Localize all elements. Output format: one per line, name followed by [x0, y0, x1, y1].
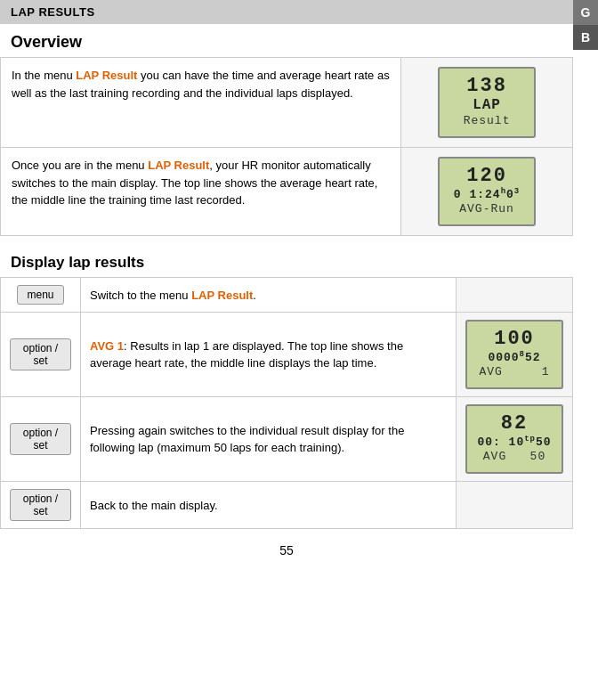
lap-results-table: menu Switch to the menu LAP Result. opti… [0, 277, 573, 529]
language-tab: G B [573, 0, 598, 50]
tab-b[interactable]: B [573, 25, 598, 50]
overview-text-2: Once you are in the menu LAP Result, you… [1, 148, 401, 236]
lcd-1: 138 LAP Result [438, 67, 536, 138]
main-content: LAP RESULTS Overview In the menu LAP Res… [0, 0, 573, 582]
lap-btn-cell-1: menu [1, 278, 81, 313]
lap-display-empty-2 [457, 482, 573, 529]
lap-text-1: Switch to the menu LAP Result. [81, 278, 457, 313]
lcd-2-line3: AVG-Run [445, 202, 529, 217]
overview-display-1: 138 LAP Result [401, 58, 573, 148]
lcd-3-line3: AVG 1 [473, 365, 556, 380]
lcd-2-line2: 0 1:24h03 [445, 187, 529, 202]
highlight-lap-result-3: LAP Result [191, 289, 253, 302]
overview-row-2: Once you are in the menu LAP Result, you… [1, 148, 573, 236]
lcd-4-line1: 82 [473, 413, 556, 435]
lap-btn-cell-2: option / set [1, 313, 81, 397]
lcd-4: 82 00: 10tp50 AVG 50 [465, 404, 563, 474]
lcd-3: 100 0000852 AVG 1 [465, 320, 563, 389]
lap-btn-cell-3: option / set [1, 397, 81, 482]
lap-text-3: Pressing again switches to the individua… [81, 397, 457, 482]
menu-button[interactable]: menu [17, 285, 63, 305]
lap-results-title: Display lap results [0, 250, 573, 277]
lap-text-2: AVG 1: Results in lap 1 are displayed. T… [81, 313, 457, 397]
lcd-1-line1: 138 [445, 76, 529, 97]
highlight-lap-result-2: LAP Result [148, 159, 209, 172]
option-set-button-2[interactable]: option / set [10, 423, 71, 455]
lap-display-3: 82 00: 10tp50 AVG 50 [457, 397, 573, 482]
overview-title: Overview [0, 24, 573, 57]
overview-text-1: In the menu LAP Result you can have the … [1, 58, 401, 148]
lcd-2-line1: 120 [445, 166, 529, 187]
option-set-button-1[interactable]: option / set [10, 338, 71, 370]
lcd-3-line1: 100 [473, 329, 556, 350]
page-header: LAP RESULTS [0, 0, 573, 24]
lcd-1-line3: Result [445, 114, 529, 129]
highlight-avg1: AVG 1 [90, 339, 124, 353]
tab-g[interactable]: G [573, 0, 598, 25]
lap-display-empty-1 [457, 278, 573, 313]
lcd-1-line2: LAP [445, 97, 529, 114]
lap-row-menu: menu Switch to the menu LAP Result. [1, 278, 573, 313]
lap-row-back: option / set Back to the main display. [1, 482, 573, 529]
lap-display-2: 100 0000852 AVG 1 [457, 313, 573, 397]
option-set-button-3[interactable]: option / set [10, 489, 71, 521]
lap-row-avg1: option / set AVG 1: Results in lap 1 are… [1, 313, 573, 397]
overview-row-1: In the menu LAP Result you can have the … [1, 58, 573, 148]
lcd-4-line2: 00: 10tp50 [473, 435, 556, 450]
lap-text-4: Back to the main display. [81, 482, 457, 529]
highlight-lap-result-1: LAP Result [76, 69, 137, 82]
page-number: 55 [0, 529, 573, 565]
lcd-3-line2: 0000852 [473, 350, 556, 365]
lcd-4-line3: AVG 50 [473, 450, 556, 465]
overview-table: In the menu LAP Result you can have the … [0, 57, 573, 236]
overview-display-2: 120 0 1:24h03 AVG-Run [401, 148, 573, 236]
lap-btn-cell-4: option / set [1, 482, 81, 529]
lap-row-individual: option / set Pressing again switches to … [1, 397, 573, 482]
lcd-2: 120 0 1:24h03 AVG-Run [438, 157, 536, 226]
